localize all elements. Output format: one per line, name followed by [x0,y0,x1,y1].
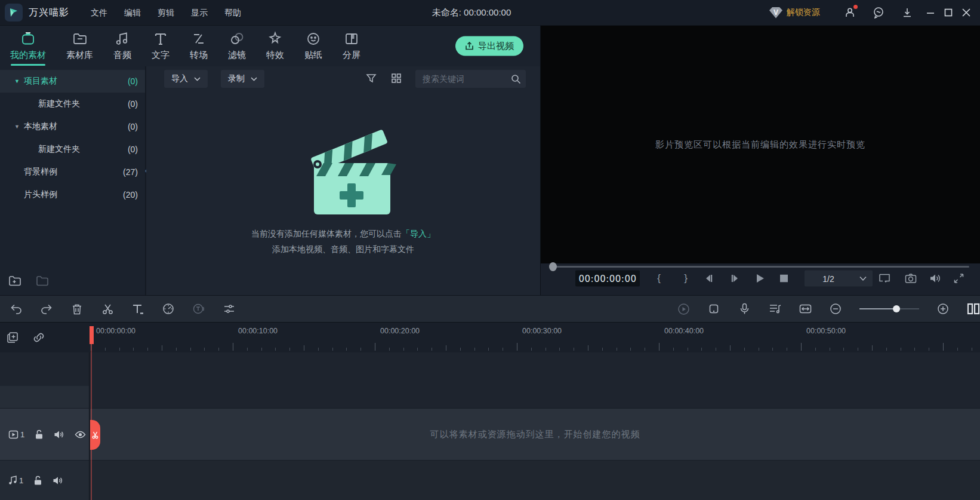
zoom-out-icon[interactable] [829,302,842,315]
empty-hint-line1: 当前没有添加任何媒体素材，您可以点击「导入」 [146,229,540,240]
menu-clip[interactable]: 剪辑 [149,0,183,25]
speed-icon[interactable] [162,302,175,315]
dual-view-icon[interactable] [967,302,980,315]
next-frame-icon[interactable] [730,274,739,283]
eye-icon[interactable] [75,431,86,438]
text-to-speech-icon[interactable] [192,302,205,315]
tab-transitions[interactable]: 转场 [180,26,218,66]
transition-icon [191,31,207,47]
menu-view[interactable]: 显示 [183,0,216,25]
tab-effects[interactable]: 特效 [256,26,294,66]
tab-split-screen[interactable]: 分屏 [332,26,371,66]
timeline-header: 00:00:00:00 00:00:10:00 00:00:20:00 00:0… [0,323,980,352]
second-display-icon[interactable] [879,273,890,284]
empty-hint-line2: 添加本地视频、音频、图片和字幕文件 [146,244,540,255]
adjust-icon[interactable] [223,302,236,315]
split-scissors-icon[interactable] [101,302,114,315]
add-text-icon[interactable] [131,302,144,315]
lock-icon[interactable] [33,476,42,486]
seekbar-track[interactable] [554,266,969,268]
sidebar-item-local-media[interactable]: ▼ 本地素材 (0) [0,115,145,138]
audio-track-row[interactable] [90,461,980,500]
play-icon[interactable] [756,274,765,283]
record-voiceover-icon[interactable] [738,302,751,315]
tab-my-media[interactable]: 我的素材 [0,26,56,66]
zoom-in-icon[interactable] [936,302,950,315]
previous-frame-icon[interactable] [704,274,714,283]
manage-tracks-icon[interactable] [6,331,19,344]
timeline-tracks: 可以将素材或资源拖动到这里，开始创建您的视频 [90,352,980,500]
sidebar-item-intro-samples[interactable]: 片头样例 (20) [0,183,145,206]
tab-stickers[interactable]: 贴纸 [294,26,332,66]
ruler-label: 00:00:20:00 [380,327,420,335]
account-icon[interactable] [843,6,856,19]
preview-quality-dropdown[interactable]: 1/2 [805,271,873,287]
playhead-split-button[interactable] [90,420,100,450]
unlock-resources-button[interactable]: V 解锁资源 [769,7,820,19]
mark-out-icon[interactable]: } [680,272,692,284]
delete-folder-icon[interactable] [36,275,49,287]
add-folder-icon[interactable] [8,275,21,287]
sidebar-item-new-folder-1[interactable]: 新建文件夹 (0) [0,93,145,115]
sidebar-item-new-folder-2[interactable]: 新建文件夹 (0) [0,138,145,161]
mute-icon[interactable] [54,430,64,439]
ruler-label: 00:00:10:00 [238,327,278,335]
link-clips-icon[interactable] [32,331,45,344]
grid-view-icon[interactable] [391,73,403,85]
playhead-marker[interactable] [90,326,94,344]
minimize-button[interactable] [922,0,939,25]
feedback-icon[interactable] [872,6,885,19]
filmora-app-window: 万兴喵影 文件 编辑 剪辑 显示 帮助 未命名: 00:00:00:00 V 解… [0,0,980,500]
unlock-resources-label: 解锁资源 [787,7,820,18]
close-button[interactable] [957,0,975,25]
maximize-button[interactable] [939,0,957,25]
vip-badge-icon: V [769,7,782,19]
expand-arrow-icon[interactable]: ▼ [14,78,24,84]
snapshot-camera-icon[interactable] [905,274,917,284]
folder-icon [72,31,88,47]
fit-timeline-icon[interactable] [799,302,812,315]
timeline-zoom-slider[interactable] [859,305,919,313]
menu-help[interactable]: 帮助 [216,0,249,25]
redo-icon[interactable] [40,302,53,315]
audio-track-number: 1 [19,476,23,485]
mute-icon[interactable] [53,476,63,485]
search-input[interactable] [423,74,511,84]
download-icon[interactable] [901,6,914,19]
project-title: 未命名: 00:00:00:00 [382,7,561,19]
track-header-spacer [0,386,89,408]
chevron-down-icon [194,77,201,81]
volume-icon[interactable] [929,274,941,284]
search-icon[interactable] [511,74,521,84]
tab-filters[interactable]: 滤镜 [218,26,256,66]
marker-icon[interactable] [707,302,720,315]
lock-icon[interactable] [35,430,44,440]
sidebar-item-background-samples[interactable]: 背景样例 (27) [0,161,145,183]
export-video-button[interactable]: 导出视频 [455,36,523,56]
filter-lens-icon [229,31,245,47]
zoom-slider-handle[interactable] [893,305,900,312]
undo-icon[interactable] [10,302,23,315]
filter-funnel-icon[interactable] [366,73,378,85]
search-box[interactable] [415,70,526,88]
delete-icon[interactable] [70,302,84,315]
timeline-ruler[interactable]: 00:00:00:00 00:00:10:00 00:00:20:00 00:0… [90,323,980,352]
mark-in-icon[interactable]: { [653,272,665,284]
sidebar-item-project-media[interactable]: ▼ 项目素材 (0) [0,70,145,93]
tab-audio[interactable]: 音频 [103,26,141,66]
menu-edit[interactable]: 编辑 [116,0,149,25]
import-link[interactable]: 「导入」 [402,229,435,238]
import-button[interactable]: 导入 [164,70,208,88]
expand-arrow-icon[interactable]: ▼ [14,124,24,130]
stop-icon[interactable] [780,275,788,283]
video-track-row[interactable]: 可以将素材或资源拖动到这里，开始创建您的视频 [90,408,980,461]
render-preview-icon[interactable] [677,302,690,315]
record-button[interactable]: 录制 [221,70,264,88]
tab-text[interactable]: 文字 [141,26,180,66]
tab-stock-library[interactable]: 素材库 [56,26,103,66]
fullscreen-icon[interactable] [954,274,964,284]
audio-mixer-icon[interactable] [768,302,781,315]
effects-star-icon [267,31,283,47]
ruler-label: 00:00:30:00 [522,327,562,335]
menu-file[interactable]: 文件 [82,0,116,25]
